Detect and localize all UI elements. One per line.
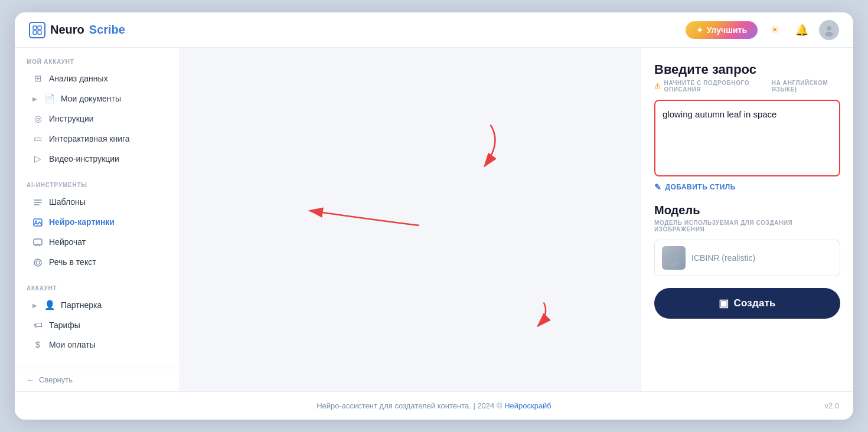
instructions-icon: ◎ — [32, 113, 43, 124]
svg-rect-1 — [38, 26, 41, 30]
sidebar-section-my-account: МОЙ АККАУНТ ⊞ Анализ данных ▶ 📄 Мои доку… — [15, 48, 180, 171]
sidebar-item-partner[interactable]: ▶ 👤 Партнерка — [27, 295, 168, 315]
sidebar-item-label-payments: Мои оплаты — [49, 340, 96, 349]
video-icon: ▷ — [32, 153, 43, 164]
prompt-subtitle-text2: НА АНГЛИЙСКОМ ЯЗЫКЕ) — [772, 80, 840, 93]
model-title: Модель — [654, 204, 840, 217]
collapse-icon: ← — [27, 375, 34, 384]
templates-icon — [32, 197, 43, 207]
warning-icon: ⚠ — [654, 82, 661, 90]
collapse-label: Свернуть — [39, 375, 73, 384]
model-subtitle: МОДЕЛЬ ИСПОЛЬЗУЕМАЯ ДЛЯ СОЗДАНИЯ ИЗОБРАЖ… — [654, 220, 840, 233]
prompt-textarea[interactable]: glowing autumn leaf in space — [654, 100, 840, 176]
sidebar-item-label-instructions: Инструкции — [49, 114, 94, 123]
logo: NeuroScribe — [29, 22, 125, 38]
add-style-icon: ✎ — [654, 182, 661, 192]
sidebar-item-label-neurochat: Нейрочат — [49, 237, 86, 247]
model-thumb-image — [662, 246, 686, 270]
sidebar-section-account: АККАУНТ ▶ 👤 Партнерка 🏷 Тарифы $ Мои опл… — [15, 274, 180, 356]
svg-point-10 — [35, 221, 37, 222]
footer-text: Нейро-ассистент для создателей контента.… — [316, 401, 502, 410]
create-button[interactable]: ▣ Создать — [654, 288, 840, 319]
model-selector[interactable]: ICBINR (realistic) — [654, 240, 840, 276]
sidebar-item-label-tariffs: Тарифы — [49, 320, 80, 330]
sidebar-item-label-speech: Речь в текст — [49, 257, 96, 267]
sidebar-item-label-book: Интерактивная книга — [49, 134, 130, 143]
chevron-icon: ▶ — [32, 96, 37, 102]
create-label: Создать — [734, 297, 776, 309]
sidebar-collapse-button[interactable]: ← Свернуть — [15, 368, 180, 391]
sidebar-section-title-my-account: МОЙ АККАУНТ — [27, 58, 168, 65]
chevron-partner-icon: ▶ — [32, 302, 37, 309]
partner-icon: 👤 — [44, 300, 55, 310]
model-thumbnail — [662, 246, 686, 270]
sidebar: МОЙ АККАУНТ ⊞ Анализ данных ▶ 📄 Мои доку… — [15, 48, 180, 391]
chat-icon — [32, 237, 43, 247]
logo-text-neuro: Neuro — [50, 23, 84, 37]
create-icon: ▣ — [719, 297, 729, 310]
sidebar-item-speech[interactable]: Речь в текст — [27, 252, 168, 272]
payments-icon: $ — [32, 339, 43, 349]
add-style-label: добавить стиль — [665, 183, 735, 191]
upgrade-label: Улучшить — [707, 25, 747, 35]
footer: Нейро-ассистент для создателей контента.… — [15, 391, 853, 420]
svg-rect-3 — [38, 31, 41, 34]
sidebar-item-documents[interactable]: ▶ 📄 Мои документы — [27, 89, 168, 109]
header: NeuroScribe ✦ Улучшить ☀ 🔔 — [15, 12, 853, 48]
sidebar-item-analysis[interactable]: ⊞ Анализ данных — [27, 68, 168, 89]
svg-rect-0 — [33, 26, 37, 30]
theme-toggle-button[interactable]: ☀ — [765, 20, 785, 40]
body: МОЙ АККАУНТ ⊞ Анализ данных ▶ 📄 Мои доку… — [15, 48, 853, 391]
svg-point-12 — [34, 259, 41, 266]
upgrade-icon: ✦ — [696, 25, 703, 35]
app-window: NeuroScribe ✦ Улучшить ☀ 🔔 МОЙ АККАУНТ — [15, 12, 853, 420]
tariffs-icon: 🏷 — [32, 320, 43, 330]
sidebar-item-payments[interactable]: $ Мои оплаты — [27, 335, 168, 354]
sidebar-item-tariffs[interactable]: 🏷 Тарифы — [27, 315, 168, 335]
sidebar-item-label-documents: Мои документы — [61, 94, 121, 103]
analysis-icon: ⊞ — [32, 73, 43, 84]
prompt-title: Введите запрос — [654, 62, 840, 77]
sidebar-item-neuro-images[interactable]: Нейро-картинки — [27, 212, 168, 232]
notifications-button[interactable]: 🔔 — [792, 20, 812, 40]
book-icon: ▭ — [32, 133, 43, 144]
svg-point-4 — [827, 26, 831, 31]
add-style-button[interactable]: ✎ добавить стиль — [654, 182, 840, 192]
svg-point-5 — [825, 32, 833, 37]
documents-icon: 📄 — [44, 93, 55, 104]
sidebar-section-title-account: АККАУНТ — [27, 285, 168, 292]
sidebar-section-title-ai: AI-ИНСТРУМЕНТЫ — [27, 182, 168, 188]
arrow-annotations — [180, 48, 641, 391]
avatar[interactable] — [819, 20, 839, 40]
sidebar-item-label-templates: Шаблоны — [49, 197, 86, 207]
footer-link[interactable]: Нейроскрайб — [504, 401, 552, 410]
right-panel: Введите запрос ⚠ НАЧНИТЕ С ПОДРОБНОГО ОП… — [641, 48, 853, 391]
sidebar-item-interactive-book[interactable]: ▭ Интерактивная книга — [27, 129, 168, 149]
sidebar-item-label-partner: Партнерка — [61, 300, 102, 310]
prompt-subtitle: ⚠ НАЧНИТЕ С ПОДРОБНОГО ОПИСАНИЯ НА АНГЛИ… — [654, 80, 840, 93]
footer-version: v2.0 — [824, 401, 839, 410]
logo-icon — [29, 22, 45, 38]
sidebar-item-templates[interactable]: Шаблоны — [27, 192, 168, 212]
sidebar-item-instructions[interactable]: ◎ Инструкции — [27, 109, 168, 129]
neuro-images-icon — [32, 217, 43, 227]
main-content — [180, 48, 641, 391]
sidebar-item-label-analysis: Анализ данных — [49, 74, 108, 83]
speech-icon — [32, 257, 43, 267]
sidebar-item-label-video: Видео-инструкции — [49, 154, 119, 163]
svg-point-18 — [668, 260, 680, 267]
upgrade-button[interactable]: ✦ Улучшить — [686, 21, 758, 39]
svg-point-13 — [36, 261, 40, 264]
logo-text-scribe: Scribe — [89, 23, 125, 37]
header-actions: ✦ Улучшить ☀ 🔔 — [686, 20, 839, 40]
sidebar-item-neurochat[interactable]: Нейрочат — [27, 232, 168, 252]
sidebar-item-video[interactable]: ▷ Видео-инструкции — [27, 149, 168, 169]
svg-point-17 — [670, 251, 677, 258]
sidebar-item-label-neuro-images: Нейро-картинки — [49, 217, 115, 227]
sidebar-section-ai-tools: AI-ИНСТРУМЕНТЫ Шаблоны — [15, 171, 180, 274]
prompt-subtitle-text: НАЧНИТЕ С ПОДРОБНОГО ОПИСАНИЯ — [664, 80, 766, 93]
model-name-label: ICBINR (realistic) — [691, 253, 755, 263]
svg-rect-9 — [34, 219, 42, 226]
svg-rect-2 — [33, 31, 37, 34]
